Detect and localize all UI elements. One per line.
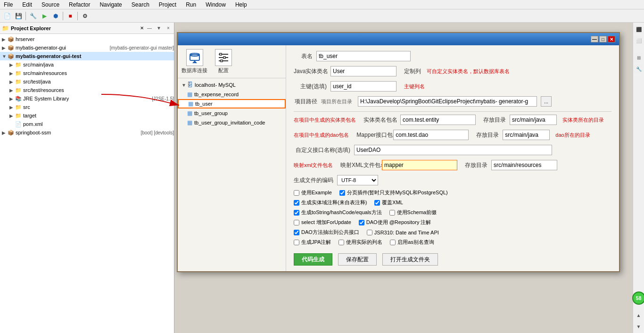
tree-item-mybatis-gui[interactable]: ▶ 📦 mybatis-generator-gui [mybatis-gener… [0,43,174,52]
checkbox-use-actual-cols-input[interactable] [339,240,344,245]
db-server-node[interactable]: ▼ 🗄 localhost- MySQL [178,80,286,90]
checkbox-gen-jpa[interactable]: 生成JPA注解 [294,239,331,246]
rs-btn-2[interactable]: ⬜ [634,36,644,45]
db-table-expense[interactable]: ▦ tb_expense_record [178,90,286,99]
dao-pkg-annotation: 在项目中生成的dao包名 [294,132,349,139]
toolbar-save[interactable]: 💾 [13,11,24,21]
config-btn[interactable]: 配置 [215,49,232,74]
menu-help[interactable]: Help [233,1,249,8]
tree-item-src-test-java[interactable]: ▶ 📁 src/test/java [0,77,174,86]
menu-refactor[interactable]: Refactor [67,1,92,8]
checkbox-use-schema-input[interactable] [389,210,395,216]
menu-edit[interactable]: Edit [20,1,34,8]
entity-pkg-input[interactable] [400,115,476,125]
checkbox-select-forupdate-input[interactable] [294,220,299,225]
project-path-input[interactable] [358,96,537,107]
tree-item-hrserver[interactable]: ▶ 📦 hrserver [0,35,174,43]
checkbox-use-example-input[interactable] [294,190,299,196]
menu-run[interactable]: Run [184,1,198,8]
dialog-minimize-btn[interactable]: — [591,36,598,42]
tree-item-target[interactable]: ▶ 📁 target [0,111,174,120]
db-table-invitation[interactable]: ▦ tb_user_group_invitation_code [178,118,286,127]
interface-input[interactable] [354,145,552,155]
rs-btn-1[interactable]: ⬛ [634,25,644,34]
checkbox-gen-annotation-input[interactable] [294,200,299,206]
tree-item-jre[interactable]: ▶ 📚 JRE System Library [J2SE-1.5] [0,94,174,103]
tree-item-src-test-res[interactable]: ▶ 📁 src/test/resources [0,86,174,94]
mapper-input[interactable] [382,160,457,170]
table-name-input[interactable] [316,51,411,61]
save-config-btn[interactable]: 保存配置 [338,253,377,266]
checkbox-pagination[interactable]: 分页插件(暂时只支持MySQL和PostgreSQL) [339,189,448,196]
checkbox-overwrite-xml-input[interactable] [374,200,380,206]
rs-btn-4[interactable]: 🔧 [634,64,644,74]
toolbar-new[interactable]: 📄 [2,11,12,21]
checkbox-row-2: 生成实体域注释(来自表注释) 覆盖XML [294,199,611,206]
panel-close-icon[interactable]: ✕ [140,25,144,31]
toolbar-debug[interactable]: ⬢ [50,11,61,21]
checkbox-use-as[interactable]: 启用as别名查询 [390,239,434,246]
checkbox-use-repository-input[interactable] [359,220,364,225]
checkbox-dao-public[interactable]: DAO方法抽出到公共接口 [294,229,359,236]
pk-input[interactable] [330,81,396,92]
tree-item-src-main-java[interactable]: ▶ 📁 src/main/java [0,60,174,69]
checkbox-row-3: 生成toString/hashCode/equals方法 使用Schema前缀 [294,209,611,216]
toolbar-extra[interactable]: ⚙ [80,11,90,21]
checkbox-jsr310[interactable]: JSR310: Date and Time API [367,230,439,235]
browse-btn[interactable]: ... [541,96,552,107]
checkbox-row-6: 生成JPA注解 使用实际的列名 启用as别名查询 [294,239,611,246]
menu-source[interactable]: Source [40,1,61,8]
entity-pkg-annotation: 在项目中生成的实体类包名 [294,117,356,124]
menu-project[interactable]: Project [157,1,178,8]
panel-menu-icon[interactable]: ▼ [155,25,163,32]
checkbox-gen-tostring[interactable]: 生成toString/hashCode/equals方法 [294,209,382,216]
checkbox-use-as-input[interactable] [390,240,396,245]
tree-item-mybatis-test[interactable]: ▼ 📦 mybatis-generator-gui-test [0,52,174,60]
rs-btn-5[interactable]: ▲ [634,310,644,320]
rs-btn-6[interactable]: ▼ [634,322,644,331]
encoding-select[interactable]: UTF-8 GBK ISO-8859-1 [337,175,378,185]
tree-item-src[interactable]: ▶ 📁 src [0,103,174,111]
entity-input[interactable] [330,66,396,76]
checkbox-use-repository[interactable]: DAO使用 @Repository 注解 [359,219,431,226]
dao-pkg-input[interactable] [393,130,469,140]
checkbox-gen-annotation[interactable]: 生成实体域注释(来自表注释) [294,199,367,206]
toolbar-build[interactable]: 🔧 [28,11,38,21]
checkbox-select-forupdate[interactable]: select 增加ForUpdate [294,219,351,226]
dao-dir-input[interactable] [503,130,550,140]
mapper-dir-input[interactable] [491,160,557,170]
rs-btn-3[interactable]: ⊞ [634,53,644,62]
dialog-maximize-btn[interactable]: □ [599,36,607,42]
mybatis-generator-dialog: — □ ✕ [177,32,620,272]
panel-close-btn[interactable]: × [165,25,172,32]
tree-item-src-main-res[interactable]: ▶ 📁 src/main/resources [0,69,174,77]
dialog-close-btn[interactable]: ✕ [608,36,615,42]
checkbox-gen-tostring-input[interactable] [294,210,299,216]
checkbox-gen-jpa-input[interactable] [294,240,299,245]
menu-navigate[interactable]: Navigate [98,1,124,8]
checkbox-pagination-input[interactable] [339,190,345,196]
tree-item-springboot-ssm[interactable]: ▶ 📦 springboot-ssm [boot] [devtools] [0,128,174,137]
checkbox-use-as-label: 启用as别名查询 [397,239,434,246]
checkbox-use-example[interactable]: 使用Example [294,189,332,196]
tree-item-pom[interactable]: 📄 pom.xml [0,120,174,128]
project-icon: 📦 [8,36,14,42]
db-server-label: localhost- MySQL [195,82,236,88]
menu-file[interactable]: File [2,1,15,8]
db-table-user[interactable]: ▦ tb_user [178,99,286,108]
checkbox-use-schema[interactable]: 使用Schema前缀 [389,209,437,216]
checkbox-dao-public-input[interactable] [294,230,299,235]
toolbar-run[interactable]: ▶ [39,11,50,21]
open-folder-btn[interactable]: 打开生成文件夹 [382,253,438,266]
checkbox-overwrite-xml[interactable]: 覆盖XML [374,199,403,206]
generate-btn[interactable]: 代码生成 [294,253,332,266]
toolbar-stop[interactable]: ■ [65,11,75,21]
entity-dir-input[interactable] [510,115,557,125]
checkbox-jsr310-input[interactable] [367,230,372,235]
menu-window[interactable]: Window [204,1,228,8]
menu-search[interactable]: Search [130,1,151,8]
panel-minimize-icon[interactable]: — [146,25,153,32]
db-table-usergroup[interactable]: ▦ tb_user_group [178,108,286,118]
checkbox-use-actual-cols[interactable]: 使用实际的列名 [339,239,382,246]
db-connect-btn[interactable]: 数据库连接 [182,49,207,74]
